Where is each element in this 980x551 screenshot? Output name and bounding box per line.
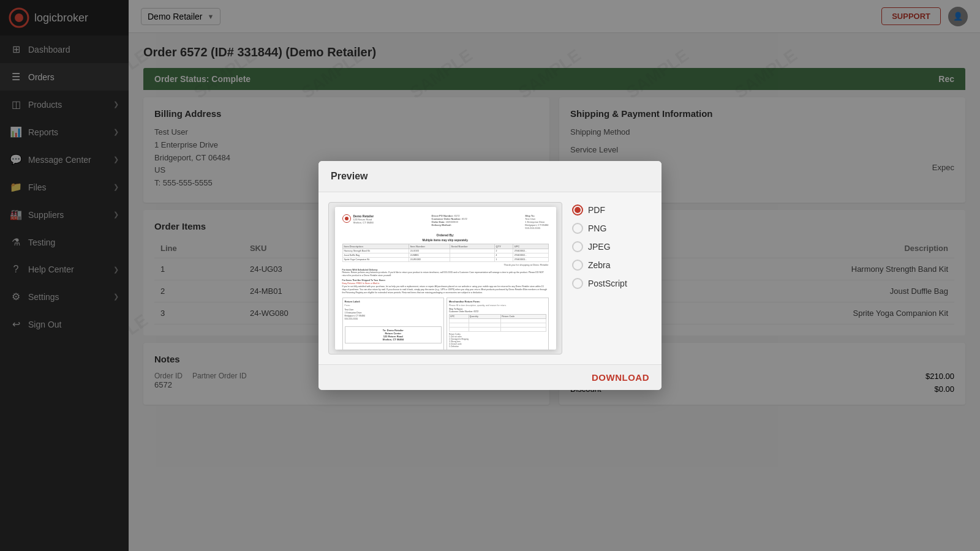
- format-option-png[interactable]: PNG: [572, 223, 652, 234]
- modal-overlay[interactable]: Preview Demo Retailer 123 Return RoadShe…: [0, 0, 980, 551]
- radio-zebra[interactable]: [572, 260, 583, 271]
- format-option-zebra[interactable]: Zebra: [572, 260, 652, 271]
- preview-document: Demo Retailer 123 Return RoadShelton, CT…: [335, 207, 556, 350]
- preview-area: Demo Retailer 123 Return RoadShelton, CT…: [328, 202, 562, 354]
- modal-header: Preview: [318, 161, 662, 192]
- format-label-jpeg: JPEG: [588, 242, 611, 252]
- format-label-png: PNG: [588, 223, 606, 233]
- modal-title: Preview: [331, 171, 368, 181]
- radio-png[interactable]: [572, 223, 583, 234]
- radio-jpeg[interactable]: [572, 241, 583, 252]
- radio-pdf-inner: [575, 207, 581, 213]
- radio-pdf[interactable]: [572, 204, 583, 216]
- format-label-pdf: PDF: [588, 205, 605, 215]
- format-option-pdf[interactable]: PDF: [572, 204, 652, 216]
- radio-postscript[interactable]: [572, 278, 583, 289]
- format-label-postscript: PostScript: [588, 279, 627, 288]
- download-button[interactable]: DOWNLOAD: [592, 372, 649, 383]
- modal-body: Demo Retailer 123 Return RoadShelton, CT…: [318, 192, 662, 364]
- modal-footer: DOWNLOAD: [318, 364, 662, 390]
- format-label-zebra: Zebra: [588, 260, 611, 270]
- format-option-jpeg[interactable]: JPEG: [572, 241, 652, 252]
- format-options: PDF PNG JPEG Zebra PostScript: [572, 202, 652, 354]
- preview-modal: Preview Demo Retailer 123 Return RoadShe…: [318, 161, 662, 389]
- format-option-postscript[interactable]: PostScript: [572, 278, 652, 289]
